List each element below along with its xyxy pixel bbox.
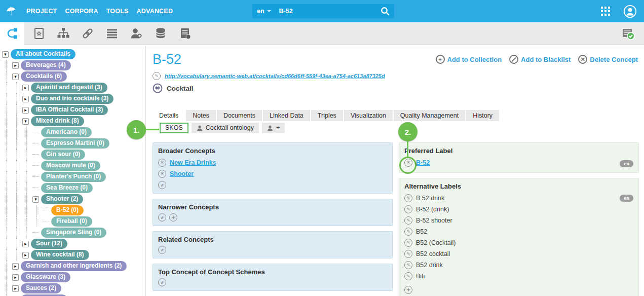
add-concept-icon[interactable] bbox=[169, 213, 177, 221]
global-search[interactable]: en B-52 bbox=[252, 4, 394, 18]
tree-node[interactable]: Fireball (0) bbox=[51, 216, 92, 226]
edit-label-icon[interactable] bbox=[404, 261, 412, 269]
tree-node[interactable]: Espresso Martini (0) bbox=[41, 138, 109, 148]
add-label-icon[interactable] bbox=[404, 286, 412, 294]
tree-expand-toggle[interactable] bbox=[22, 252, 29, 258]
user-avatar-icon[interactable] bbox=[623, 5, 637, 18]
edit-label-icon[interactable] bbox=[404, 194, 412, 202]
tree-expand-toggle[interactable] bbox=[12, 62, 19, 69]
tree-node[interactable]: Apéritif and digestif (3) bbox=[31, 83, 107, 92]
document-star-icon[interactable] bbox=[32, 27, 46, 40]
nav-menu-item[interactable]: TOOLS bbox=[106, 8, 129, 15]
link-concept-icon[interactable] bbox=[158, 181, 166, 189]
link-concept-icon[interactable] bbox=[158, 246, 166, 254]
tree-expand-toggle[interactable] bbox=[12, 263, 19, 270]
tree-expand-toggle[interactable] bbox=[22, 107, 29, 114]
tree-indent bbox=[2, 205, 43, 216]
tab[interactable]: Triples bbox=[311, 110, 343, 121]
tab[interactable]: Details bbox=[153, 110, 185, 121]
tree-node[interactable]: Sour (12) bbox=[31, 239, 67, 248]
list-icon[interactable] bbox=[105, 27, 119, 40]
nav-menu-item[interactable]: ADVANCED bbox=[137, 8, 173, 15]
tree-expand-toggle[interactable] bbox=[22, 241, 29, 247]
remove-relation-icon[interactable] bbox=[158, 170, 166, 178]
link-icon[interactable] bbox=[81, 27, 94, 40]
tree-expand-toggle[interactable] bbox=[12, 285, 19, 292]
broader-concept-link[interactable]: New Era Drinks bbox=[170, 159, 216, 166]
poolparty-umbrella-logo[interactable]: ☂ bbox=[0, 2, 23, 20]
sync-status-icon[interactable] bbox=[622, 27, 635, 40]
alternative-label: Bifi bbox=[416, 273, 425, 280]
tree-node-partial[interactable] bbox=[0, 294, 145, 296]
search-icon[interactable] bbox=[381, 7, 390, 16]
tree-node[interactable]: B-52 (0) bbox=[51, 205, 84, 215]
tree-node[interactable]: Shooter (2) bbox=[41, 194, 83, 204]
tree-node[interactable]: Sea Breeze (0) bbox=[41, 183, 93, 193]
edit-label-icon[interactable] bbox=[404, 250, 412, 258]
blocked-circle-icon bbox=[509, 55, 518, 64]
preferred-label-link[interactable]: B-52 bbox=[416, 159, 430, 166]
tree-node[interactable]: All about Cocktails bbox=[11, 49, 75, 59]
tree-node[interactable]: Cocktails (6) bbox=[21, 71, 67, 81]
search-input[interactable]: B-52 bbox=[279, 8, 381, 15]
annotation-step-1: 1. bbox=[127, 120, 146, 139]
subtab-add-schema[interactable]: + bbox=[262, 123, 285, 133]
tree-expand-toggle[interactable] bbox=[22, 96, 29, 102]
tree-node[interactable]: Duo and trio cocktails (3) bbox=[31, 94, 113, 103]
nav-menu-item[interactable]: CORPORA bbox=[65, 8, 98, 15]
tree-node[interactable]: Garnish and other ingredients (2) bbox=[21, 261, 127, 271]
edit-label-icon[interactable] bbox=[404, 239, 412, 247]
tree-collapse-toggle[interactable] bbox=[32, 196, 39, 203]
repository-lock-icon[interactable] bbox=[178, 27, 192, 40]
tree-expand-toggle[interactable] bbox=[12, 274, 19, 281]
tree-node[interactable]: Singapore Sling (0) bbox=[41, 228, 106, 237]
delete-concept-button[interactable]: ✕ Delete Concept bbox=[578, 55, 638, 64]
tab[interactable]: History bbox=[466, 110, 499, 121]
tree-node[interactable]: Mixed drink (8) bbox=[31, 116, 84, 126]
tree-indent bbox=[2, 182, 32, 194]
app-grid-icon[interactable] bbox=[601, 7, 610, 16]
edit-label-icon[interactable] bbox=[404, 205, 412, 213]
tree-row: Shooter (2) bbox=[0, 194, 145, 205]
subtab-cocktail-ontology[interactable]: Cocktail ontology bbox=[192, 123, 259, 133]
tab[interactable]: Linked Data bbox=[263, 110, 310, 121]
hierarchy-icon[interactable] bbox=[57, 27, 70, 40]
tree-row: Glassware (3) bbox=[0, 272, 145, 283]
edit-label-icon[interactable] bbox=[404, 272, 412, 280]
tree-node[interactable]: Gin sour (0) bbox=[41, 150, 85, 159]
add-to-blacklist-button[interactable]: Add to Blacklist bbox=[509, 55, 571, 64]
tree-node[interactable]: Planter's Punch (0) bbox=[41, 172, 106, 181]
tab[interactable]: Notes bbox=[186, 110, 216, 121]
tree-expand-toggle[interactable] bbox=[22, 85, 29, 91]
tree-node[interactable]: Wine cocktail (8) bbox=[31, 250, 89, 260]
tree-collapse-toggle[interactable] bbox=[12, 73, 19, 80]
tree-node[interactable]: Moscow mule (0) bbox=[41, 161, 100, 170]
tree-node[interactable]: Beverages (4) bbox=[21, 60, 71, 70]
add-to-collection-button[interactable]: + Add to Collection bbox=[436, 55, 502, 64]
tree-node[interactable]: Americano (0) bbox=[41, 127, 92, 137]
concept-uri-link[interactable]: http://vocabulary.semantic-web.at/cockta… bbox=[165, 73, 385, 79]
nav-menu-item[interactable]: PROJECT bbox=[26, 8, 57, 15]
tree-row: Duo and trio cocktails (3) bbox=[0, 93, 145, 104]
edit-label-icon[interactable] bbox=[404, 228, 412, 236]
database-icon[interactable] bbox=[154, 27, 167, 40]
edit-label-icon[interactable] bbox=[404, 216, 412, 225]
taxonomy-icon[interactable] bbox=[0, 22, 24, 45]
tree-collapse-toggle[interactable] bbox=[2, 51, 9, 58]
tree-node[interactable]: Sauces (2) bbox=[21, 283, 61, 293]
user-settings-icon[interactable] bbox=[130, 27, 143, 40]
link-concept-icon[interactable] bbox=[158, 213, 166, 221]
broader-concept-link[interactable]: Shooter bbox=[170, 170, 194, 177]
edit-uri-icon[interactable] bbox=[153, 72, 161, 80]
tree-row: Wine cocktail (8) bbox=[0, 249, 145, 261]
search-language-select[interactable]: en bbox=[257, 8, 271, 15]
subtab-skos[interactable]: SKOS bbox=[160, 123, 188, 133]
remove-relation-icon[interactable] bbox=[158, 159, 166, 167]
tab[interactable]: Documents bbox=[217, 110, 262, 121]
tree-node[interactable]: Glassware (3) bbox=[21, 272, 70, 282]
tab[interactable]: Visualization bbox=[344, 110, 393, 121]
link-concept-icon[interactable] bbox=[158, 278, 166, 286]
tab[interactable]: Quality Management bbox=[394, 110, 465, 121]
tree-node[interactable]: IBA Official Cocktail (3) bbox=[31, 105, 108, 115]
tree-collapse-toggle[interactable] bbox=[22, 118, 29, 125]
